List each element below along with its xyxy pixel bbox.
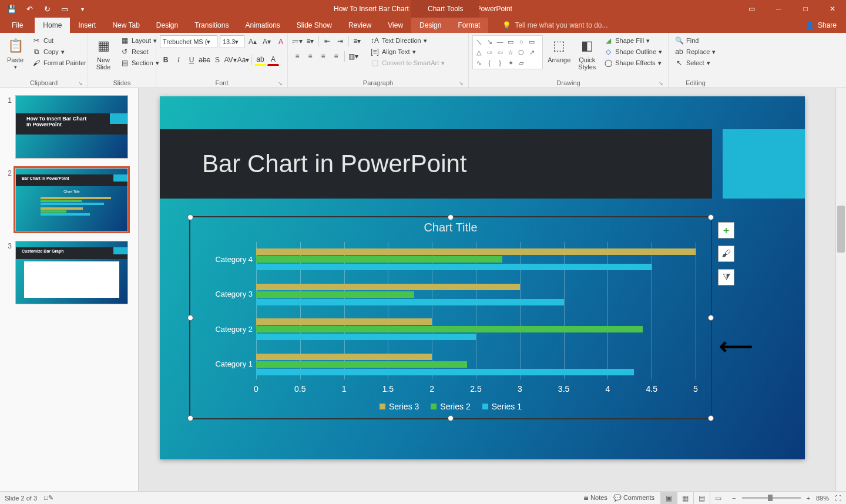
shape-triangle-icon[interactable]: △ [474,48,484,57]
comments-button[interactable]: 💬 Comments [613,494,654,502]
share-button[interactable]: 👤Share [796,18,846,33]
align-center-button[interactable]: ≡ [304,51,316,62]
shapes-gallery[interactable]: ＼ ↘ — ▭ ○ ▭ △ ⇨ ⇦ ☆ ⬡ ↗ ∿ { } ✦ ▱ [472,35,543,69]
align-right-button[interactable]: ≡ [317,51,329,62]
find-button[interactable]: 🔍Find [672,35,718,46]
tab-slideshow[interactable]: Slide Show [288,18,340,33]
bold-button[interactable]: B [160,54,172,66]
maximize-icon[interactable]: □ [792,0,819,18]
shape-star-icon[interactable]: ☆ [506,48,515,57]
justify-button[interactable]: ≡ [330,51,342,62]
chart-object[interactable]: Chart Title 00.511.522.533.544.55Categor… [189,216,712,419]
undo-icon[interactable]: ↶ [21,1,38,16]
align-text-button[interactable]: [≡]Align Text ▾ [368,46,447,57]
shape-star2-icon[interactable]: ✦ [506,58,515,68]
shape-hex-icon[interactable]: ⬡ [516,48,526,57]
normal-view-button[interactable]: ▣ [660,492,677,504]
text-direction-button[interactable]: ↕AText Direction ▾ [368,35,447,46]
font-dialog-icon[interactable]: ↘ [278,80,283,86]
shape-outline-button[interactable]: ◇Shape Outline ▾ [601,46,664,57]
slideshow-view-button[interactable]: ▭ [710,492,726,504]
shape-arrow2-icon[interactable]: ⇨ [485,48,494,57]
underline-button[interactable]: U [186,54,197,66]
tab-chart-format[interactable]: Format [449,18,488,33]
tab-view[interactable]: View [380,18,411,33]
shape-effects-button[interactable]: ◯Shape Effects ▾ [601,58,664,68]
shape-oval-icon[interactable]: ○ [516,37,526,46]
arrange-button[interactable]: ⬚Arrange [545,35,573,65]
start-from-beginning-icon[interactable]: ▭ [56,1,73,16]
zoom-slider[interactable] [742,497,801,499]
qat-customize-icon[interactable]: ▾ [74,1,90,16]
tell-me-input[interactable]: 💡 Tell me what you want to do... [488,18,796,33]
tab-home[interactable]: Home [35,18,70,33]
shape-line-icon[interactable]: ＼ [474,37,484,46]
new-slide-button[interactable]: ▦ New Slide [92,35,115,72]
shape-brace-r-icon[interactable]: } [495,58,505,68]
smartart-button[interactable]: ⬚Convert to SmartArt ▾ [368,58,447,68]
fit-to-window-button[interactable]: ⛶ [835,495,841,502]
slide-thumbnail-1[interactable]: How To Insert Bar Chart In PowerPoint [15,95,128,159]
tab-file[interactable]: File [0,18,35,33]
layout-button[interactable]: ▦Layout ▾ [118,35,162,46]
format-painter-button[interactable]: 🖌Format Painter [29,58,89,68]
replace-button[interactable]: abReplace ▾ [672,46,718,57]
tab-transitions[interactable]: Transitions [186,18,237,33]
align-left-button[interactable]: ≡ [291,51,303,62]
shape-arrow3-icon[interactable]: ⇦ [495,48,505,57]
quick-styles-button[interactable]: ◧Quick Styles [575,35,599,72]
shape-callout-icon[interactable]: ▱ [516,58,526,68]
shape-fill-button[interactable]: ◢Shape Fill ▾ [601,35,664,46]
shape-rect-icon[interactable]: ▭ [506,37,515,46]
zoom-level[interactable]: 89% [816,495,829,502]
cut-button[interactable]: ✂Cut [29,35,89,46]
change-case-button[interactable]: Aa▾ [237,54,249,66]
ribbon-display-icon[interactable]: ▭ [738,0,765,18]
shape-rect2-icon[interactable]: ▭ [527,37,536,46]
paragraph-dialog-icon[interactable]: ↘ [459,80,464,86]
chart-filters-button[interactable]: ⧩ [718,269,734,285]
section-button[interactable]: ▤Section ▾ [118,58,162,68]
tab-insert[interactable]: Insert [70,18,104,33]
strikethrough-button[interactable]: abc [199,54,210,66]
chart-styles-button[interactable]: 🖌 [718,246,734,262]
zoom-out-button[interactable]: − [732,495,736,502]
slide-canvas[interactable]: Bar Chart in PowerPoint Chart Title 00.5… [160,96,805,459]
numbering-button[interactable]: ≡▾ [304,35,316,47]
tab-new-tab[interactable]: New Tab [104,18,147,33]
line-spacing-button[interactable]: ≡▾ [351,35,363,47]
shape-arrow-icon[interactable]: ↘ [485,37,494,46]
increase-indent-button[interactable]: ⇥ [334,35,346,47]
minimize-icon[interactable]: ─ [765,0,792,18]
sorter-view-button[interactable]: ▦ [677,492,693,504]
redo-icon[interactable]: ↻ [39,1,55,16]
tab-animations[interactable]: Animations [237,18,288,33]
font-family-input[interactable]: Trebuchet MS ( ▾ [160,35,217,48]
shape-arrow4-icon[interactable]: ↗ [527,48,536,57]
paste-button[interactable]: 📋 Paste ▾ [4,35,27,72]
tab-review[interactable]: Review [340,18,380,33]
shadow-button[interactable]: S [212,54,223,66]
scrollbar-thumb[interactable] [837,206,845,253]
font-color-button[interactable]: A [267,54,279,66]
tab-design[interactable]: Design [148,18,186,33]
select-button[interactable]: ↖Select ▾ [672,58,718,68]
reading-view-button[interactable]: ▤ [693,492,710,504]
close-icon[interactable]: ✕ [819,0,846,18]
shape-line2-icon[interactable]: — [495,37,505,46]
increase-font-icon[interactable]: A▴ [247,36,258,48]
columns-button[interactable]: ▥▾ [347,51,359,62]
vertical-scrollbar[interactable] [835,88,846,491]
reset-button[interactable]: ↺Reset [118,46,162,57]
slide-thumbnail-2[interactable]: Bar Chart in PowerPoint Chart Title [15,168,128,231]
bullets-button[interactable]: ≔▾ [291,35,303,47]
chart-plot-area[interactable]: 00.511.522.533.544.55Category 4Category … [256,242,693,379]
chart-elements-button[interactable]: ＋ [718,222,734,238]
tab-chart-design[interactable]: Design [411,18,449,33]
clipboard-dialog-icon[interactable]: ↘ [78,80,83,86]
copy-button[interactable]: ⧉Copy ▾ [29,46,89,57]
save-icon[interactable]: 💾 [4,1,20,16]
notes-button[interactable]: ≣ Notes [583,494,607,502]
shape-curve-icon[interactable]: ∿ [474,58,484,68]
font-size-input[interactable]: 13.3 ▾ [220,35,244,48]
